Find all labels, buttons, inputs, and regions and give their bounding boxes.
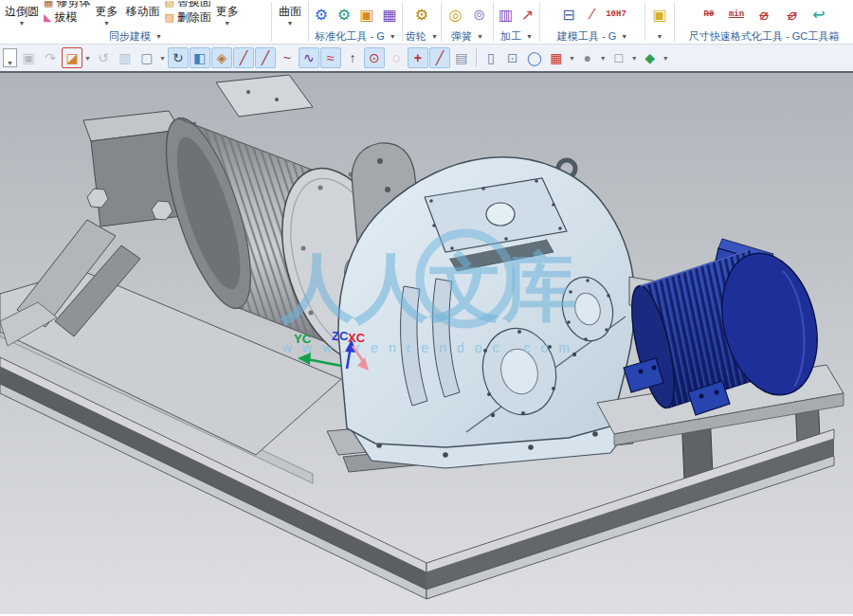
ribbon-row2: ▼ ▣ ↷ ◪ ▼ ↺ ▥ ▢ ▼ ↻ ◧ ◈ ╱ ╱ ~ ∿ ≈ ↑ ⊙ ◌ … bbox=[0, 45, 853, 73]
group-sync-modeling: 边倒圆 ▼ ▦ 修剪体 ◣ 拔模 更多 ▼ 移动面 bbox=[0, 0, 271, 44]
ribbon-row1: 边倒圆 ▼ ▦ 修剪体 ◣ 拔模 更多 ▼ 移动面 bbox=[0, 0, 853, 45]
render-style-icon[interactable]: ◆ bbox=[640, 47, 661, 68]
group-surface: 曲面 ▼ bbox=[272, 0, 308, 44]
gear-command-icon[interactable]: ⚙ bbox=[411, 3, 433, 26]
surface-button[interactable]: 曲面 ▼ bbox=[276, 1, 304, 27]
divider bbox=[476, 48, 477, 67]
group-gear: ⚙ 齿轮 ▼ bbox=[403, 0, 441, 44]
chevron-down-icon: ▼ bbox=[155, 33, 162, 40]
min-format-icon[interactable]: min bbox=[726, 3, 748, 26]
spline-icon[interactable]: ∿ bbox=[299, 47, 319, 68]
note-icon[interactable]: ⊟ bbox=[558, 3, 580, 26]
trim-body-icon: ▦ bbox=[44, 1, 53, 9]
chevron-down-icon: ▼ bbox=[657, 33, 663, 40]
group-std-tools: ⚙ ⚙ ▣ ▦ 标准化工具 - G ▼ bbox=[309, 0, 402, 44]
chevron-down-icon[interactable]: ▼ bbox=[159, 55, 166, 62]
chevron-down-icon[interactable]: ▼ bbox=[569, 55, 575, 62]
replace-face-icon: ▧ bbox=[164, 1, 173, 9]
chevron-down-icon: ▼ bbox=[103, 20, 110, 27]
two-point-line-icon[interactable]: ╱ bbox=[255, 47, 276, 68]
chevron-down-icon[interactable]: ▼ bbox=[662, 55, 669, 62]
delete-face-button[interactable]: ▨ 删除面 bbox=[164, 9, 210, 25]
more-button-2[interactable]: 更多 ▼ bbox=[213, 1, 242, 27]
cube-display-icon[interactable]: □ bbox=[608, 47, 629, 68]
image-plane-icon[interactable]: ▤ bbox=[451, 47, 472, 68]
draft-button[interactable]: ◣ 拔模 bbox=[44, 9, 90, 25]
sync-modeling-group-label[interactable]: 同步建模 ▼ bbox=[2, 29, 269, 43]
wave-curve-icon[interactable]: ≈ bbox=[320, 47, 341, 68]
more-button-1[interactable]: 更多 ▼ bbox=[92, 1, 120, 27]
image-window-icon[interactable]: ⊡ bbox=[502, 47, 523, 68]
chevron-down-icon: ▼ bbox=[390, 33, 396, 40]
spring-group-label[interactable]: 弹簧 ▼ bbox=[444, 29, 491, 43]
edge-blend-label: 边倒圆 bbox=[5, 4, 39, 20]
window-select-icon[interactable]: ▯ bbox=[481, 47, 501, 68]
infer-line-icon[interactable]: ╱ bbox=[233, 47, 254, 68]
bolt-icon[interactable]: ⚙ bbox=[311, 3, 332, 26]
more-label: 更多 bbox=[216, 4, 239, 20]
chevron-down-icon[interactable]: ▼ bbox=[84, 55, 91, 62]
delete-face-icon: ▨ bbox=[164, 11, 173, 24]
reposition-icon[interactable]: ↺ bbox=[93, 47, 114, 68]
copy-face-icon[interactable]: ▥ bbox=[115, 47, 136, 68]
line-slash-icon[interactable]: ╱ bbox=[429, 47, 450, 68]
spring-edit-icon[interactable]: ⊚ bbox=[468, 3, 490, 26]
machine-axis-icon[interactable]: ↗ bbox=[517, 3, 537, 26]
machining-group-label[interactable]: 加工 ▼ bbox=[496, 29, 537, 43]
chevron-down-icon[interactable]: ▼ bbox=[600, 55, 607, 62]
surface-label: 曲面 bbox=[279, 4, 301, 20]
spring-ring-icon[interactable]: ◎ bbox=[445, 3, 466, 26]
color-cube-icon[interactable]: ▣ bbox=[356, 3, 377, 26]
radius-format-icon[interactable]: R0 bbox=[699, 3, 720, 26]
dashed-circle-icon[interactable]: ◌ bbox=[386, 47, 407, 68]
grid-icon[interactable]: ▦ bbox=[546, 47, 567, 68]
dynamic-handle-icon[interactable]: ◈ bbox=[211, 47, 232, 68]
move-component-icon[interactable]: ↷ bbox=[40, 47, 61, 68]
wrench-gear-icon[interactable]: ⚙ bbox=[334, 3, 354, 26]
chevron-down-icon: ▼ bbox=[224, 20, 230, 27]
delete-face-label: 删除面 bbox=[177, 9, 211, 26]
move-face-label: 移动面 bbox=[125, 4, 159, 20]
chevron-down-icon: ▼ bbox=[526, 33, 533, 40]
red-pencil-icon[interactable]: ∕ bbox=[582, 3, 604, 26]
std-tools-group-label[interactable]: 标准化工具 - G ▼ bbox=[311, 29, 400, 43]
marquee-select-icon[interactable]: ▢ bbox=[136, 47, 157, 68]
material-icon[interactable]: ● bbox=[577, 47, 598, 68]
group-blocks: ▣ ▼ bbox=[645, 0, 674, 44]
cam-window-icon[interactable]: ▥ bbox=[496, 3, 516, 26]
refresh-icon[interactable]: ◯ bbox=[524, 47, 545, 68]
draft-label: 拔模 bbox=[54, 9, 77, 26]
modeling-tools-group-label[interactable]: 建模工具 - G ▼ bbox=[542, 29, 643, 43]
edge-blend-button[interactable]: 边倒圆 ▼ bbox=[2, 1, 42, 27]
viewport-3d[interactable]: YC ZC XC 人人文库 www.renrendoc.com bbox=[0, 73, 853, 614]
chevron-down-icon[interactable]: ▼ bbox=[631, 55, 638, 62]
gear-group-label[interactable]: 齿轮 ▼ bbox=[405, 29, 439, 43]
chevron-down-icon: ▼ bbox=[431, 33, 438, 40]
more-label: 更多 bbox=[95, 4, 118, 20]
shaded-view-icon[interactable]: ◧ bbox=[190, 47, 210, 68]
group-modeling-tools: ⊟ ∕ 10H7 建模工具 - G ▼ bbox=[540, 0, 644, 44]
orbit-view-icon[interactable]: ↻ bbox=[168, 47, 189, 68]
vector-icon[interactable]: ↑ bbox=[342, 47, 363, 68]
group-dim-format: R0 min ⌀ ⌀ ↩ 尺寸快速格式化工具 - GC工具箱 bbox=[675, 0, 853, 44]
assembly-constraint-icon[interactable]: ◪ bbox=[62, 47, 82, 68]
watermark-title: 人人文库 bbox=[279, 245, 576, 329]
work-layer-icon[interactable]: ▣ bbox=[18, 47, 39, 68]
center-circle-icon[interactable]: ⊙ bbox=[364, 47, 385, 68]
draft-icon: ◣ bbox=[44, 11, 51, 24]
selection-filter-combo[interactable]: ▼ bbox=[3, 48, 17, 67]
tolerance-icon[interactable]: 10H7 bbox=[606, 3, 627, 26]
dim-format-group-label[interactable]: 尺寸快速格式化工具 - GC工具箱 bbox=[677, 29, 851, 43]
group-machining: ▥ ↗ 加工 ▼ bbox=[494, 0, 539, 44]
grid-pencil-icon[interactable]: ▦ bbox=[379, 3, 400, 26]
chevron-down-icon: ▼ bbox=[19, 20, 26, 27]
fillet-curve-icon[interactable]: ~ bbox=[277, 47, 298, 68]
point-icon[interactable]: + bbox=[408, 47, 428, 68]
no-diameter-icon[interactable]: ⌀ bbox=[753, 3, 775, 26]
move-face-button[interactable]: 移动面 bbox=[122, 1, 162, 20]
undo-format-icon[interactable]: ↩ bbox=[808, 3, 830, 26]
blocks-icon[interactable]: ▣ bbox=[649, 3, 671, 26]
chevron-down-icon: ▼ bbox=[287, 20, 294, 27]
no-diameter-italic-icon[interactable]: ⌀ bbox=[781, 3, 803, 26]
chevron-down-icon: ▼ bbox=[621, 33, 627, 40]
